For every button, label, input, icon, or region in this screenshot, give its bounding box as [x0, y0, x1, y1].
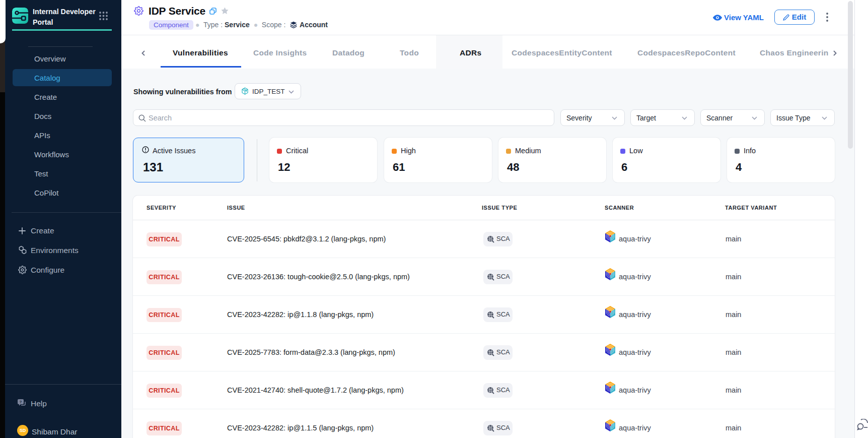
- svg-text:?: ?: [20, 400, 22, 404]
